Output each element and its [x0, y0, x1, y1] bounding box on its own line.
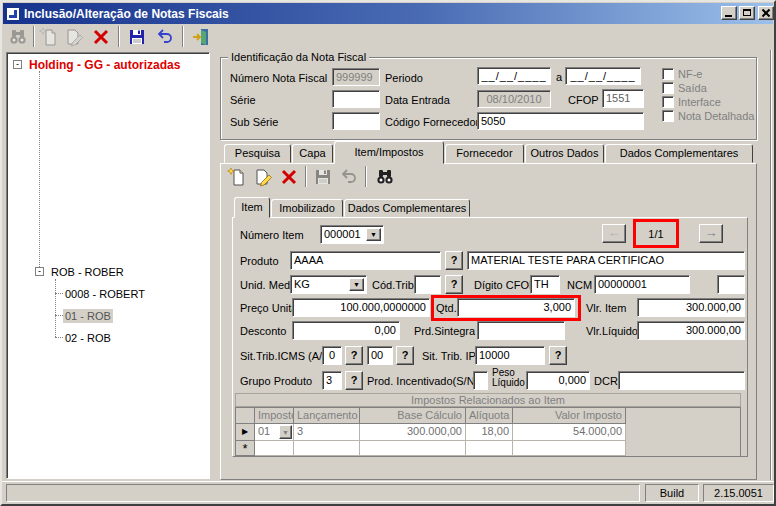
- nfe-checkbox[interactable]: [662, 68, 674, 80]
- tree-collapse-toggle[interactable]: -: [35, 267, 44, 276]
- grid-cell-base-calculo[interactable]: 300.000,00: [360, 424, 466, 441]
- vlr-item-field[interactable]: 300.000,00: [637, 298, 745, 317]
- numero-item-value: 000001: [324, 228, 361, 240]
- grid-cell-aliquota[interactable]: 18,00: [466, 424, 513, 441]
- tree-item-0008[interactable]: 0008 - ROBERT: [63, 287, 147, 301]
- chevron-down-icon[interactable]: ▼: [279, 425, 292, 439]
- tree-node-rob[interactable]: ROB - ROBER: [49, 265, 126, 279]
- grid-col-base-calculo[interactable]: Base Cálculo: [360, 408, 466, 424]
- grid-cell-imposto[interactable]: 01 ▼: [255, 424, 294, 441]
- numero-item-combo[interactable]: 000001 ▼: [320, 225, 384, 244]
- undo-button[interactable]: [152, 25, 178, 48]
- grupo-produto-field[interactable]: 3: [322, 371, 342, 390]
- cod-trib-field[interactable]: [414, 275, 441, 294]
- periodo-from-field[interactable]: __/__/____: [477, 67, 551, 85]
- cod-trib-help-button[interactable]: ?: [445, 275, 463, 294]
- inner-tab-imobilizado[interactable]: Imobilizado: [271, 199, 343, 217]
- sub-serie-field[interactable]: [332, 112, 380, 130]
- periodo-to-field[interactable]: __/__/____: [565, 67, 641, 85]
- sit-trib-icms-b-help-button[interactable]: ?: [396, 346, 414, 365]
- item-search-button[interactable]: [372, 165, 398, 188]
- sit-trib-ipi-field[interactable]: 10000: [475, 346, 545, 365]
- impostos-grid-title: Impostos Relacionados ao Item: [235, 393, 741, 407]
- grid-cell-empty[interactable]: [294, 441, 360, 456]
- digito-cfop-field[interactable]: TH: [530, 275, 560, 294]
- delete-button[interactable]: [88, 25, 114, 48]
- grid-new-row-selector[interactable]: *: [236, 441, 255, 456]
- grid-col-lancamento[interactable]: Lançamento: [294, 408, 360, 424]
- tab-item-impostos[interactable]: Item/Impostos: [334, 141, 444, 164]
- item-delete-button[interactable]: [276, 165, 302, 188]
- sit-trib-icms-b-field[interactable]: 00: [367, 346, 393, 365]
- grid-cell-lancamento[interactable]: 3: [294, 424, 360, 441]
- close-button[interactable]: [758, 6, 774, 20]
- sit-trib-ipi-help-button[interactable]: ?: [549, 346, 567, 365]
- nota-detalhada-checkbox[interactable]: [662, 110, 674, 122]
- grid-cell-valor-imposto[interactable]: 54.000,00: [513, 424, 626, 441]
- undo-arrow-icon: [155, 27, 175, 47]
- minimize-button[interactable]: [721, 6, 737, 20]
- item-save-button[interactable]: [310, 165, 336, 188]
- produto-help-button[interactable]: ?: [445, 251, 463, 270]
- edit-document-icon: [64, 27, 84, 47]
- tree-connector: [55, 337, 63, 338]
- tab-dados-complementares[interactable]: Dados Complementares: [605, 144, 753, 163]
- tab-pesquisa[interactable]: Pesquisa: [224, 144, 291, 163]
- saida-checkbox[interactable]: [662, 82, 674, 94]
- dcr-field[interactable]: [618, 371, 745, 390]
- tab-fornecedor[interactable]: Fornecedor: [445, 144, 524, 163]
- exit-button[interactable]: [188, 25, 214, 48]
- produto-field[interactable]: AAAA: [290, 251, 441, 270]
- grid-col-imposto[interactable]: Imposto: [255, 408, 294, 424]
- codigo-fornecedor-field[interactable]: 5050: [477, 112, 644, 130]
- grid-col-aliquota[interactable]: Alíquota: [466, 408, 513, 424]
- desconto-field[interactable]: 0,00: [292, 321, 400, 340]
- peso-liquido-field[interactable]: 0,000: [526, 371, 590, 390]
- item-new-button[interactable]: [224, 165, 250, 188]
- save-button[interactable]: [124, 25, 150, 48]
- tree-collapse-toggle[interactable]: -: [13, 60, 22, 69]
- cfop-field[interactable]: 1551: [602, 89, 644, 108]
- annotation-highlight-pager: [633, 219, 679, 248]
- grid-col-valor-imposto[interactable]: Valor Imposto: [513, 408, 626, 424]
- maximize-button[interactable]: [739, 6, 755, 20]
- tab-outros-dados[interactable]: Outros Dados: [525, 144, 604, 163]
- chevron-down-icon[interactable]: ▼: [366, 228, 381, 241]
- interface-checkbox[interactable]: [662, 96, 674, 108]
- tab-capa[interactable]: Capa: [292, 144, 333, 163]
- numero-nota-fiscal-label: Número Nota Fiscal: [230, 72, 327, 85]
- grupo-produto-help-button[interactable]: ?: [345, 371, 363, 390]
- prod-incentivado-field[interactable]: [473, 371, 488, 390]
- grid-cell-empty[interactable]: [255, 441, 294, 456]
- grid-cell-empty[interactable]: [513, 441, 626, 456]
- nfe-checkbox-label: NF-e: [678, 68, 702, 81]
- tree-item-02[interactable]: 02 - ROB: [63, 331, 113, 345]
- numero-nota-fiscal-field[interactable]: 999999: [332, 68, 380, 86]
- inner-tab-item[interactable]: Item: [234, 197, 270, 218]
- prd-sintegra-field[interactable]: [477, 321, 565, 340]
- search-button[interactable]: [5, 25, 31, 48]
- unid-medida-combo[interactable]: KG ▼: [290, 275, 367, 294]
- preco-unitario-field[interactable]: 100.000,0000000: [292, 298, 430, 317]
- chevron-down-icon[interactable]: ▼: [349, 278, 364, 291]
- item-undo-button[interactable]: [336, 165, 362, 188]
- new-button[interactable]: [36, 25, 62, 48]
- serie-field[interactable]: [332, 90, 380, 108]
- grid-row-selector[interactable]: ▶: [236, 424, 255, 441]
- edit-button[interactable]: [61, 25, 87, 48]
- sit-trib-icms-a-field[interactable]: 0: [322, 346, 342, 365]
- pager-next-button[interactable]: →: [699, 224, 723, 243]
- inner-tab-dados-complementares[interactable]: Dados Complementares: [344, 199, 470, 217]
- produto-descricao-field[interactable]: MATERIAL TESTE PARA CERTIFICAO: [467, 251, 745, 270]
- grid-cell-empty[interactable]: [360, 441, 466, 456]
- tree-item-01-selected[interactable]: 01 - ROB: [63, 309, 113, 323]
- ncm-field[interactable]: 00000001: [594, 275, 690, 294]
- data-entrada-field[interactable]: 08/10/2010: [477, 90, 551, 108]
- tree-root-node[interactable]: Holding - GG - autorizadas: [27, 57, 182, 73]
- vlr-liquido-field[interactable]: 300.000,00: [637, 321, 745, 340]
- item-edit-button[interactable]: [250, 165, 276, 188]
- grid-cell-empty[interactable]: [466, 441, 513, 456]
- sit-trib-icms-a-help-button[interactable]: ?: [345, 346, 363, 365]
- ncm-extra-field[interactable]: [717, 275, 745, 294]
- pager-prev-button[interactable]: ←: [602, 224, 626, 243]
